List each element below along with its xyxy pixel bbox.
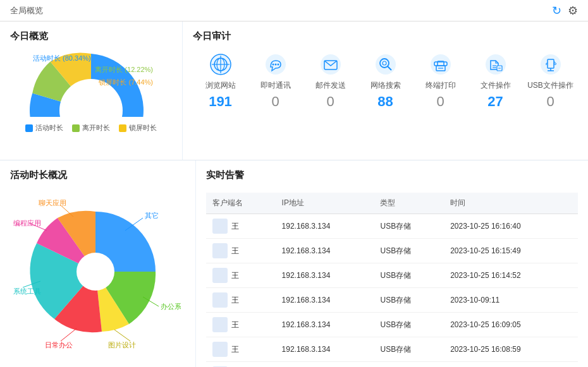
email-icon bbox=[319, 52, 343, 76]
realtime-alerts: 实时告警 客户端名 IP地址 类型 时间 bbox=[196, 160, 588, 367]
cell-ip-2: 192.168.3.134 bbox=[276, 263, 374, 288]
legend-label-lock: 锁屏时长 bbox=[129, 123, 157, 133]
cell-client-3: 王 bbox=[206, 288, 276, 313]
svg-text:图片设计: 图片设计 bbox=[108, 341, 136, 349]
top-section: 今日概览 活动时长 (80.34%) 离开时长 bbox=[0, 21, 588, 160]
usb-label: USB文件操作 bbox=[527, 80, 573, 91]
col-client: 客户端名 bbox=[206, 193, 276, 214]
page-title: 全局概览 bbox=[10, 5, 43, 16]
audit-item-search: 网络搜索 88 bbox=[358, 49, 413, 114]
main-content: 今日概览 活动时长 (80.34%) 离开时长 bbox=[0, 21, 588, 367]
print-label: 终端打印 bbox=[426, 80, 456, 91]
refresh-icon[interactable]: ↻ bbox=[552, 4, 561, 18]
print-icon bbox=[429, 52, 453, 76]
search-icon bbox=[374, 52, 398, 76]
cell-ip-0: 192.168.3.134 bbox=[276, 214, 374, 239]
away-label: 离开时长 (12.22%) bbox=[95, 65, 153, 75]
top-bar-actions: ↻ ⚙ bbox=[552, 4, 578, 18]
file-icon bbox=[484, 52, 508, 76]
cell-ip-5: 192.168.3.134 bbox=[276, 337, 374, 362]
browser-value: 191 bbox=[209, 93, 232, 110]
legend-label-active: 活动时长 bbox=[35, 123, 63, 133]
cell-client-6: 王 bbox=[206, 362, 276, 368]
table-row: 王 192.168.3.134 USB存储 2023-10-25 16:09:0… bbox=[206, 313, 578, 337]
cell-type-6: USB存储 bbox=[374, 362, 444, 368]
alert-table-body: 王 192.168.3.134 USB存储 2023-10-25 16:16:4… bbox=[206, 214, 578, 368]
client-avatar-4 bbox=[212, 317, 228, 332]
legend-label-away: 离开时长 bbox=[82, 123, 110, 133]
legend-active: 活动时长 bbox=[25, 123, 63, 133]
audit-item-browser: 浏览网站 191 bbox=[193, 49, 248, 114]
file-label: 文件操作 bbox=[481, 80, 511, 91]
cell-client-5: 王 bbox=[206, 337, 276, 362]
settings-icon[interactable]: ⚙ bbox=[568, 4, 578, 18]
legend: 活动时长 离开时长 锁屏时长 bbox=[25, 123, 157, 133]
audit-item-email: 邮件发送 0 bbox=[303, 49, 358, 114]
donut-labels: 活动时长 (80.34%) 离开时长 (12.22%) 锁屏时长 (7.44%) bbox=[28, 47, 154, 117]
audit-items: 浏览网站 191 即时通讯 0 邮件发送 0 bbox=[193, 49, 578, 114]
col-time: 时间 bbox=[444, 193, 578, 214]
im-label: 即时通讯 bbox=[260, 80, 291, 91]
svg-point-7 bbox=[272, 64, 274, 66]
donut-chart: 活动时长 (80.34%) 离开时长 (12.22%) 锁屏时长 (7.44%) bbox=[28, 47, 154, 117]
cell-time-3: 2023-10-09:11 bbox=[444, 288, 578, 313]
svg-text:日常办公: 日常办公 bbox=[45, 341, 73, 349]
cell-time-0: 2023-10-25 16:16:40 bbox=[444, 214, 578, 239]
client-avatar-2 bbox=[212, 268, 228, 283]
col-type: 类型 bbox=[374, 193, 444, 214]
svg-text:编程应用: 编程应用 bbox=[13, 219, 41, 227]
table-row: 王 192.168.3.134 USB存储 2023-10-25 16:16:4… bbox=[206, 214, 578, 239]
client-avatar-3 bbox=[212, 292, 228, 308]
legend-away: 离开时长 bbox=[72, 123, 110, 133]
audit-item-print: 终端打印 0 bbox=[413, 49, 468, 114]
svg-point-10 bbox=[321, 54, 341, 75]
svg-point-20 bbox=[486, 54, 506, 75]
print-value: 0 bbox=[436, 93, 444, 110]
cell-time-5: 2023-10-25 16:08:59 bbox=[444, 337, 578, 362]
cell-client-0: 王 bbox=[206, 214, 276, 239]
overview-title: 今日概览 bbox=[10, 30, 172, 42]
svg-point-9 bbox=[277, 64, 279, 66]
search-value: 88 bbox=[377, 93, 393, 110]
client-avatar-0 bbox=[212, 219, 228, 234]
cell-time-2: 2023-10-25 16:14:52 bbox=[444, 263, 578, 288]
svg-point-25 bbox=[541, 54, 561, 75]
usb-icon bbox=[539, 52, 563, 76]
table-row: 王 192.168.3.134 USB存储 2023-10-25 16:14:5… bbox=[206, 263, 578, 288]
table-row: 王 192.168.3.134 USB存储 2023-10-25 16:15:4… bbox=[206, 239, 578, 263]
browser-label: 浏览网站 bbox=[205, 80, 236, 91]
cell-ip-4: 192.168.3.134 bbox=[276, 313, 374, 337]
cell-type-2: USB存储 bbox=[374, 263, 444, 288]
svg-text:办公系统: 办公系统 bbox=[161, 303, 181, 310]
search-label: 网络搜索 bbox=[371, 80, 401, 91]
im-icon bbox=[264, 52, 288, 76]
table-header-row: 客户端名 IP地址 类型 时间 bbox=[206, 193, 578, 214]
cell-time-6: 2023-10-25 16:06:52 bbox=[444, 362, 578, 368]
audit-item-im: 即时通讯 0 bbox=[248, 49, 303, 114]
cell-time-4: 2023-10-25 16:09:05 bbox=[444, 313, 578, 337]
cell-ip-1: 192.168.3.134 bbox=[276, 239, 374, 263]
svg-text:其它: 其它 bbox=[145, 212, 159, 219]
cell-time-1: 2023-10-25 16:15:49 bbox=[444, 239, 578, 263]
cell-type-5: USB存储 bbox=[374, 337, 444, 362]
svg-point-33 bbox=[77, 253, 114, 291]
cell-ip-6: 192.168.3.134 bbox=[276, 362, 374, 368]
usb-value: 0 bbox=[546, 93, 554, 110]
alert-table-wrapper: 客户端名 IP地址 类型 时间 王 192.168.3.134 USB存储 20… bbox=[206, 186, 578, 367]
cell-type-1: USB存储 bbox=[374, 239, 444, 263]
svg-line-38 bbox=[114, 330, 130, 341]
browser-icon bbox=[209, 52, 233, 76]
file-value: 27 bbox=[487, 93, 503, 110]
cell-client-2: 王 bbox=[206, 263, 276, 288]
cell-client-1: 王 bbox=[206, 239, 276, 263]
email-value: 0 bbox=[326, 93, 334, 110]
client-avatar-5 bbox=[212, 342, 228, 357]
active-label: 活动时长 (80.34%) bbox=[33, 54, 91, 63]
donut-area: 活动时长 (80.34%) 离开时长 (12.22%) 锁屏时长 (7.44%)… bbox=[10, 47, 172, 133]
lock-label: 锁屏时长 (7.44%) bbox=[99, 78, 153, 87]
audit-item-usb: USB文件操作 0 bbox=[523, 49, 578, 114]
bottom-section: 活动时长概况 bbox=[0, 160, 588, 367]
legend-dot-lock bbox=[119, 124, 126, 132]
legend-lock: 锁屏时长 bbox=[119, 123, 157, 133]
cell-type-0: USB存储 bbox=[374, 214, 444, 239]
